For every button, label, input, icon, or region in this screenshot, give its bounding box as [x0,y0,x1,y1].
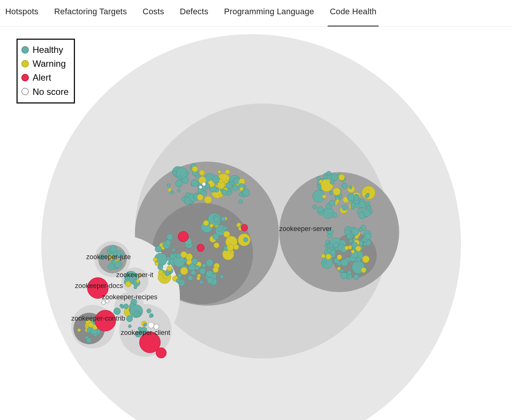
file-circle-healthy[interactable] [329,200,335,206]
file-circle-healthy[interactable] [206,184,210,188]
file-circle-healthy[interactable] [165,240,171,246]
file-circle-healthy[interactable] [189,264,196,271]
file-circle-warning[interactable] [351,250,355,253]
file-circle-noscore[interactable] [154,324,159,329]
file-circle-warning[interactable] [333,188,340,195]
file-circle-healthy[interactable] [313,205,317,209]
file-circle-healthy[interactable] [200,280,203,284]
file-circle-healthy[interactable] [213,234,219,240]
file-circle-healthy[interactable] [144,323,147,326]
file-circle-healthy[interactable] [87,338,91,343]
file-circle-healthy[interactable] [173,171,177,175]
file-circle-healthy[interactable] [199,268,206,274]
file-circle-healthy[interactable] [179,280,183,284]
file-circle-healthy[interactable] [341,269,344,273]
file-circle-healthy[interactable] [326,240,329,244]
tab-language[interactable]: Programming Language [224,7,314,21]
tab-costs[interactable]: Costs [143,7,164,21]
file-circle-warning[interactable] [199,170,205,176]
file-circle-healthy[interactable] [182,177,189,184]
file-circle-warning[interactable] [227,244,234,251]
file-circle-alert[interactable] [156,348,166,358]
file-circle-healthy[interactable] [347,234,352,238]
file-circle-warning[interactable] [361,267,366,273]
file-circle-healthy[interactable] [232,185,238,191]
file-circle-healthy[interactable] [126,315,133,322]
file-circle-healthy[interactable] [166,256,170,261]
file-circle-healthy[interactable] [206,270,213,277]
file-circle-healthy[interactable] [191,180,198,187]
file-circle-warning[interactable] [197,277,200,280]
file-circle-healthy[interactable] [326,171,331,176]
file-circle-healthy[interactable] [349,186,352,189]
file-circle-healthy[interactable] [149,315,152,318]
file-circle-healthy[interactable] [170,254,175,259]
file-circle-healthy[interactable] [214,216,220,222]
circle-packing-chart[interactable]: zookeeper-serverzookeeper-jutezookeeper-… [0,27,512,420]
file-circle-healthy[interactable] [341,259,348,266]
file-circle-healthy[interactable] [323,261,326,264]
file-circle-healthy[interactable] [354,195,359,201]
file-circle-warning[interactable] [136,280,139,283]
file-circle-noscore[interactable] [199,186,202,189]
file-circle-healthy[interactable] [99,254,105,260]
file-circle-healthy[interactable] [155,246,162,252]
file-circle-healthy[interactable] [206,259,213,266]
file-circle-warning[interactable] [337,267,341,270]
file-circle-warning[interactable] [322,195,326,198]
file-circle-healthy[interactable] [134,286,137,289]
file-circle-warning[interactable] [155,262,159,266]
tab-hotspots[interactable]: Hotspots [5,7,38,21]
file-circle-warning[interactable] [231,250,234,254]
file-circle-healthy[interactable] [352,228,359,236]
file-circle-healthy[interactable] [218,227,222,231]
file-circle-healthy[interactable] [347,194,355,201]
file-circle-warning[interactable] [336,200,339,203]
file-circle-healthy[interactable] [170,190,174,194]
file-circle-warning[interactable] [213,267,219,273]
file-circle-healthy[interactable] [333,242,339,248]
file-circle-healthy[interactable] [178,176,182,180]
file-circle-healthy[interactable] [167,234,173,240]
file-circle-healthy[interactable] [212,176,220,183]
tab-codehealth[interactable]: Code Health [330,7,377,21]
file-circle-warning[interactable] [326,254,331,259]
file-circle-healthy[interactable] [317,184,321,189]
file-circle-healthy[interactable] [317,207,323,213]
file-circle-healthy[interactable] [221,217,226,221]
file-circle-healthy[interactable] [114,308,120,315]
file-circle-healthy[interactable] [332,213,337,218]
file-circle-warning[interactable] [321,254,325,258]
file-circle-warning[interactable] [158,270,163,275]
file-circle-healthy[interactable] [329,191,333,195]
file-circle-healthy[interactable] [172,248,175,252]
file-circle-healthy[interactable] [184,259,187,262]
file-circle-healthy[interactable] [327,228,333,234]
file-circle-warning[interactable] [153,258,157,262]
file-circle-healthy[interactable] [239,193,243,196]
file-circle-healthy[interactable] [364,209,371,216]
file-circle-warning[interactable] [180,267,188,275]
file-circle-healthy[interactable] [110,245,117,252]
file-circle-healthy[interactable] [165,271,170,276]
file-circle-noscore[interactable] [202,182,206,186]
file-circle-warning[interactable] [138,274,141,277]
file-circle-warning[interactable] [365,189,370,194]
file-circle-healthy[interactable] [317,176,320,180]
file-circle-healthy[interactable] [364,233,371,240]
file-circle-warning[interactable] [192,166,198,172]
file-circle-healthy[interactable] [168,262,171,265]
tab-defects[interactable]: Defects [180,7,208,21]
file-circle-healthy[interactable] [342,205,347,210]
file-circle-warning[interactable] [240,187,243,191]
file-circle-healthy[interactable] [147,309,151,313]
file-circle-warning[interactable] [219,179,223,183]
file-circle-healthy[interactable] [220,274,224,278]
file-circle-healthy[interactable] [243,189,250,196]
file-circle-warning[interactable] [210,224,213,227]
file-circle-warning[interactable] [126,281,131,287]
file-circle-healthy[interactable] [222,190,228,195]
file-circle-alert[interactable] [241,224,248,231]
file-circle-noscore[interactable] [102,301,105,304]
file-circle-warning[interactable] [319,180,322,183]
